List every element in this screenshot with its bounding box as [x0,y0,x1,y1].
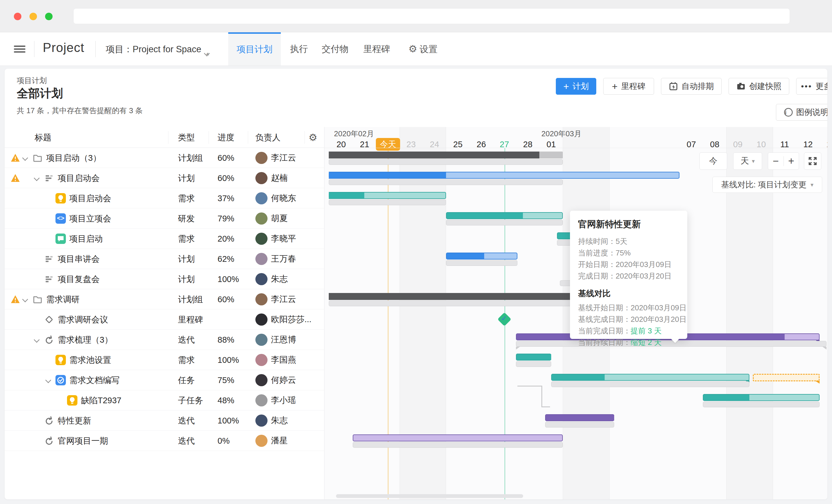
legend-button[interactable]: i 图例说明 [776,104,827,121]
chevron-down-icon[interactable] [34,175,40,181]
tab-settings[interactable]: ⚙设置 [403,32,443,65]
task-type: 计划 [178,168,195,188]
task-type: 子任务 [178,390,203,411]
gantt-bar[interactable] [446,212,563,219]
more-button[interactable]: •••更多 [796,78,827,95]
table-row[interactable]: 需求文档编写任务75%何婷云 [5,370,324,390]
chevron-down-icon[interactable] [22,155,28,161]
gantt-bar[interactable] [551,374,749,381]
table-row[interactable]: 官网项目一期迭代0%潘星 [5,431,324,451]
window-minimize-button[interactable] [29,13,37,20]
chevron-down-icon[interactable] [45,377,51,383]
task-type: 里程碑 [178,309,203,330]
plan-icon [44,254,54,264]
table-row[interactable]: 项目启动会计划60%赵楠 [5,168,324,188]
dependency-connector [541,407,550,407]
table-row[interactable]: 项目复盘会计划100%朱志 [5,269,324,289]
tab-deliverables[interactable]: 交付物 [320,32,350,65]
baseline-tail [823,347,827,349]
task-title[interactable]: 项目启动（3） [46,148,101,168]
task-title[interactable]: 缺陷T2937 [81,390,121,411]
table-row[interactable]: 需求梳理（3）迭代88%汪恩博 [5,330,324,350]
task-type: 迭代 [178,411,195,431]
task-title[interactable]: 官网项目一期 [58,431,108,451]
page-eyebrow: 项目计划 [17,76,47,86]
zoom-in-button[interactable]: + [783,155,799,167]
gantt-bar[interactable] [329,192,446,199]
horizontal-scrollbar[interactable] [336,494,523,498]
table-row[interactable]: 需求池设置需求100%李国燕 [5,350,324,370]
fullscreen-button[interactable] [804,152,821,170]
table-row[interactable]: 项目启动需求20%李晓平 [5,229,324,249]
gantt-bar[interactable] [703,394,820,401]
plus-icon: + [612,81,618,92]
avatar [255,394,267,407]
table-row[interactable]: 项目启动会需求37%何晓东 [5,188,324,208]
task-title[interactable]: 需求梳理（3） [58,330,113,350]
chevron-down-icon[interactable] [34,337,40,343]
table-row[interactable]: 项目启动（3）计划组60%李江云 [5,148,324,168]
avatar [255,313,267,326]
table-row[interactable]: 特性更新迭代100%朱志 [5,411,324,431]
task-title[interactable]: 项目启动会 [58,168,100,188]
milestone-diamond[interactable]: ✓ [497,312,511,326]
gantt-bar[interactable] [545,414,614,421]
tab-execute[interactable]: 执行 [289,32,309,65]
tab-project-plan[interactable]: 项目计划 [228,32,281,65]
iteration-icon [44,436,54,446]
demand-icon [67,395,77,405]
avatar [255,354,267,366]
plan-panel: 项目计划 全部计划 共 17 条，其中存在警告提醒的有 3 条 +计划 +里程碑… [5,69,827,499]
project-selector[interactable]: 项目：Project for Space▾ [106,43,201,55]
bar-progress [329,172,446,178]
demand-icon [55,355,66,365]
gantt-baseline [703,401,820,407]
gantt-group-bar[interactable] [329,151,563,159]
window-zoom-button[interactable] [45,13,53,20]
table-row[interactable]: 项目串讲会计划62%王万春 [5,249,324,269]
menu-icon[interactable] [14,44,25,54]
task-title[interactable]: 项目复盘会 [58,269,100,289]
task-title[interactable]: 项目串讲会 [58,249,100,269]
scale-select[interactable]: 天▾ [733,152,762,170]
address-bar[interactable] [74,9,789,24]
owner-name: 李晓平 [271,233,296,245]
owner-name: 朱志 [271,415,288,426]
gantt-baseline [329,179,563,185]
task-title[interactable]: 项目启动会 [69,188,111,208]
gantt-bar[interactable] [516,354,551,361]
gantt-bar[interactable] [446,253,517,259]
delay-warning-bar[interactable] [753,374,820,381]
info-icon: i [784,108,793,117]
avatar [255,435,267,447]
add-milestone-button[interactable]: +里程碑 [603,78,654,95]
chevron-down-icon[interactable] [22,297,28,302]
bar-progress [447,213,523,219]
table-row[interactable]: <>项目立项会研发79%胡夏 [5,208,324,229]
gantt-bar[interactable] [353,435,563,441]
bar-progress [329,193,364,198]
warning-icon [10,173,20,183]
tab-milestones[interactable]: 里程碑 [362,32,392,65]
create-snapshot-button[interactable]: 创建快照 [729,78,789,95]
task-title[interactable]: 需求调研会议 [58,309,108,330]
task-title[interactable]: 需求池设置 [69,350,111,370]
goto-today-button[interactable]: 今 [699,152,727,170]
task-title[interactable]: 项目立项会 [69,208,111,229]
table-row[interactable]: 需求调研计划组60%李江云 [5,289,324,309]
window-close-button[interactable] [14,13,21,20]
table-row[interactable]: 缺陷T2937子任务48%李小瑶 [5,390,324,411]
bar-progress [546,415,614,421]
task-title[interactable]: 需求调研 [46,289,80,309]
gantt-bar[interactable] [329,172,679,179]
task-progress: 60% [217,148,234,168]
task-title[interactable]: 需求文档编写 [69,370,120,390]
table-settings-gear-icon[interactable]: ⚙ [309,127,317,148]
table-row[interactable]: 需求调研会议里程碑欧阳莎莎... [5,309,324,330]
zoom-out-button[interactable]: − [768,155,783,167]
add-plan-button[interactable]: +计划 [556,78,596,95]
task-title[interactable]: 项目启动 [69,229,103,249]
task-title[interactable]: 特性更新 [58,411,91,431]
auto-schedule-button[interactable]: 自动排期 [661,78,722,95]
baseline-compare-select[interactable]: 基线对比: 项目计划变更▾ [712,177,822,193]
